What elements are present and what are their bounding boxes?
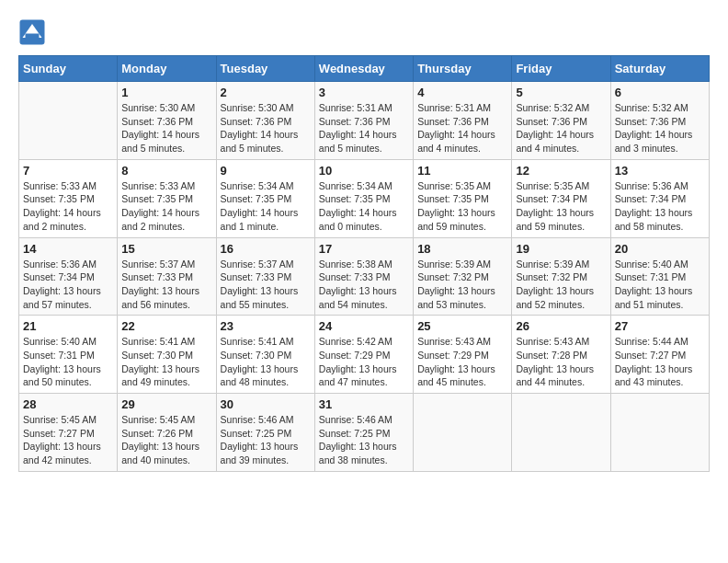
day-number: 30 <box>221 397 311 411</box>
day-details: Sunrise: 5:41 AM Sunset: 7:30 PM Dayligh… <box>121 335 211 389</box>
day-number: 21 <box>23 319 113 333</box>
day-number: 25 <box>417 319 507 333</box>
day-number: 7 <box>23 164 113 178</box>
day-details: Sunrise: 5:42 AM Sunset: 7:29 PM Dayligh… <box>319 335 409 389</box>
day-details: Sunrise: 5:39 AM Sunset: 7:32 PM Dayligh… <box>417 258 507 312</box>
day-number: 4 <box>417 86 507 99</box>
calendar-cell: 14Sunrise: 5:36 AM Sunset: 7:34 PM Dayli… <box>19 237 118 316</box>
day-number: 16 <box>221 242 311 256</box>
day-number: 17 <box>319 242 409 256</box>
calendar-cell: 5Sunrise: 5:32 AM Sunset: 7:36 PM Daylig… <box>512 82 610 160</box>
calendar-cell: 29Sunrise: 5:45 AM Sunset: 7:26 PM Dayli… <box>118 394 216 472</box>
calendar-cell: 18Sunrise: 5:39 AM Sunset: 7:32 PM Dayli… <box>414 237 512 316</box>
day-number: 29 <box>121 397 211 411</box>
day-number: 6 <box>615 86 705 99</box>
calendar-cell: 8Sunrise: 5:33 AM Sunset: 7:35 PM Daylig… <box>118 159 216 237</box>
calendar-cell: 7Sunrise: 5:33 AM Sunset: 7:35 PM Daylig… <box>19 159 118 237</box>
calendar-cell: 11Sunrise: 5:35 AM Sunset: 7:35 PM Dayli… <box>414 159 512 237</box>
header-row: SundayMondayTuesdayWednesdayThursdayFrid… <box>19 56 710 82</box>
day-number: 23 <box>221 319 311 333</box>
week-row-2: 7Sunrise: 5:33 AM Sunset: 7:35 PM Daylig… <box>19 159 710 237</box>
calendar-cell: 26Sunrise: 5:43 AM Sunset: 7:28 PM Dayli… <box>512 316 610 394</box>
calendar-cell: 20Sunrise: 5:40 AM Sunset: 7:31 PM Dayli… <box>610 237 709 316</box>
day-number: 11 <box>417 164 507 178</box>
day-details: Sunrise: 5:36 AM Sunset: 7:34 PM Dayligh… <box>615 179 705 234</box>
day-number: 5 <box>516 86 606 99</box>
week-row-3: 14Sunrise: 5:36 AM Sunset: 7:34 PM Dayli… <box>19 237 710 316</box>
day-details: Sunrise: 5:40 AM Sunset: 7:31 PM Dayligh… <box>615 258 705 312</box>
calendar-cell: 19Sunrise: 5:39 AM Sunset: 7:32 PM Dayli… <box>512 237 610 316</box>
day-details: Sunrise: 5:33 AM Sunset: 7:35 PM Dayligh… <box>23 179 113 234</box>
week-row-5: 28Sunrise: 5:45 AM Sunset: 7:27 PM Dayli… <box>19 394 710 472</box>
day-details: Sunrise: 5:46 AM Sunset: 7:25 PM Dayligh… <box>319 413 409 467</box>
calendar-cell: 13Sunrise: 5:36 AM Sunset: 7:34 PM Dayli… <box>610 159 709 237</box>
day-details: Sunrise: 5:44 AM Sunset: 7:27 PM Dayligh… <box>615 335 705 389</box>
day-number: 14 <box>23 242 113 256</box>
calendar-cell: 31Sunrise: 5:46 AM Sunset: 7:25 PM Dayli… <box>314 394 413 472</box>
calendar-cell: 9Sunrise: 5:34 AM Sunset: 7:35 PM Daylig… <box>216 159 314 237</box>
day-details: Sunrise: 5:36 AM Sunset: 7:34 PM Dayligh… <box>23 258 113 312</box>
calendar-cell: 24Sunrise: 5:42 AM Sunset: 7:29 PM Dayli… <box>314 316 413 394</box>
day-details: Sunrise: 5:43 AM Sunset: 7:29 PM Dayligh… <box>417 335 507 389</box>
page-header <box>18 18 710 46</box>
calendar-cell: 17Sunrise: 5:38 AM Sunset: 7:33 PM Dayli… <box>314 237 413 316</box>
day-details: Sunrise: 5:31 AM Sunset: 7:36 PM Dayligh… <box>417 101 507 155</box>
calendar-cell: 10Sunrise: 5:34 AM Sunset: 7:35 PM Dayli… <box>314 159 413 237</box>
calendar-cell <box>19 82 118 160</box>
day-number: 31 <box>319 397 409 411</box>
calendar-cell <box>610 394 709 472</box>
day-number: 8 <box>121 164 211 178</box>
logo-icon <box>18 18 46 46</box>
day-number: 2 <box>221 86 311 99</box>
column-header-saturday: Saturday <box>610 56 709 82</box>
day-number: 13 <box>615 164 705 178</box>
calendar-cell: 2Sunrise: 5:30 AM Sunset: 7:36 PM Daylig… <box>216 82 314 160</box>
calendar-cell <box>512 394 610 472</box>
calendar-cell: 6Sunrise: 5:32 AM Sunset: 7:36 PM Daylig… <box>610 82 709 160</box>
calendar-cell: 3Sunrise: 5:31 AM Sunset: 7:36 PM Daylig… <box>314 82 413 160</box>
calendar-body: 1Sunrise: 5:30 AM Sunset: 7:36 PM Daylig… <box>19 82 710 472</box>
column-header-friday: Friday <box>512 56 610 82</box>
day-number: 20 <box>615 242 705 256</box>
calendar-cell: 30Sunrise: 5:46 AM Sunset: 7:25 PM Dayli… <box>216 394 314 472</box>
day-number: 9 <box>221 164 311 178</box>
day-number: 15 <box>121 242 211 256</box>
calendar-cell: 16Sunrise: 5:37 AM Sunset: 7:33 PM Dayli… <box>216 237 314 316</box>
logo <box>18 18 50 46</box>
day-details: Sunrise: 5:31 AM Sunset: 7:36 PM Dayligh… <box>319 101 409 155</box>
day-number: 19 <box>516 242 606 256</box>
day-details: Sunrise: 5:34 AM Sunset: 7:35 PM Dayligh… <box>221 179 311 234</box>
day-number: 18 <box>417 242 507 256</box>
day-number: 24 <box>319 319 409 333</box>
day-details: Sunrise: 5:38 AM Sunset: 7:33 PM Dayligh… <box>319 258 409 312</box>
calendar-cell: 25Sunrise: 5:43 AM Sunset: 7:29 PM Dayli… <box>414 316 512 394</box>
week-row-4: 21Sunrise: 5:40 AM Sunset: 7:31 PM Dayli… <box>19 316 710 394</box>
calendar-cell: 1Sunrise: 5:30 AM Sunset: 7:36 PM Daylig… <box>118 82 216 160</box>
calendar-cell: 28Sunrise: 5:45 AM Sunset: 7:27 PM Dayli… <box>19 394 118 472</box>
column-header-sunday: Sunday <box>19 56 118 82</box>
day-details: Sunrise: 5:33 AM Sunset: 7:35 PM Dayligh… <box>121 179 211 234</box>
day-number: 3 <box>319 86 409 99</box>
day-number: 28 <box>23 397 113 411</box>
calendar-cell: 15Sunrise: 5:37 AM Sunset: 7:33 PM Dayli… <box>118 237 216 316</box>
day-details: Sunrise: 5:43 AM Sunset: 7:28 PM Dayligh… <box>516 335 606 389</box>
day-details: Sunrise: 5:35 AM Sunset: 7:34 PM Dayligh… <box>516 179 606 234</box>
day-details: Sunrise: 5:39 AM Sunset: 7:32 PM Dayligh… <box>516 258 606 312</box>
calendar-cell: 21Sunrise: 5:40 AM Sunset: 7:31 PM Dayli… <box>19 316 118 394</box>
day-details: Sunrise: 5:35 AM Sunset: 7:35 PM Dayligh… <box>417 179 507 234</box>
day-details: Sunrise: 5:30 AM Sunset: 7:36 PM Dayligh… <box>221 101 311 155</box>
day-number: 12 <box>516 164 606 178</box>
day-details: Sunrise: 5:30 AM Sunset: 7:36 PM Dayligh… <box>121 101 211 155</box>
calendar-header: SundayMondayTuesdayWednesdayThursdayFrid… <box>19 56 710 82</box>
column-header-tuesday: Tuesday <box>216 56 314 82</box>
day-details: Sunrise: 5:41 AM Sunset: 7:30 PM Dayligh… <box>221 335 311 389</box>
day-details: Sunrise: 5:45 AM Sunset: 7:26 PM Dayligh… <box>121 413 211 467</box>
column-header-wednesday: Wednesday <box>314 56 413 82</box>
day-number: 26 <box>516 319 606 333</box>
day-number: 22 <box>121 319 211 333</box>
calendar-table: SundayMondayTuesdayWednesdayThursdayFrid… <box>18 55 710 472</box>
day-details: Sunrise: 5:40 AM Sunset: 7:31 PM Dayligh… <box>23 335 113 389</box>
calendar-cell: 22Sunrise: 5:41 AM Sunset: 7:30 PM Dayli… <box>118 316 216 394</box>
week-row-1: 1Sunrise: 5:30 AM Sunset: 7:36 PM Daylig… <box>19 82 710 160</box>
day-details: Sunrise: 5:46 AM Sunset: 7:25 PM Dayligh… <box>221 413 311 467</box>
